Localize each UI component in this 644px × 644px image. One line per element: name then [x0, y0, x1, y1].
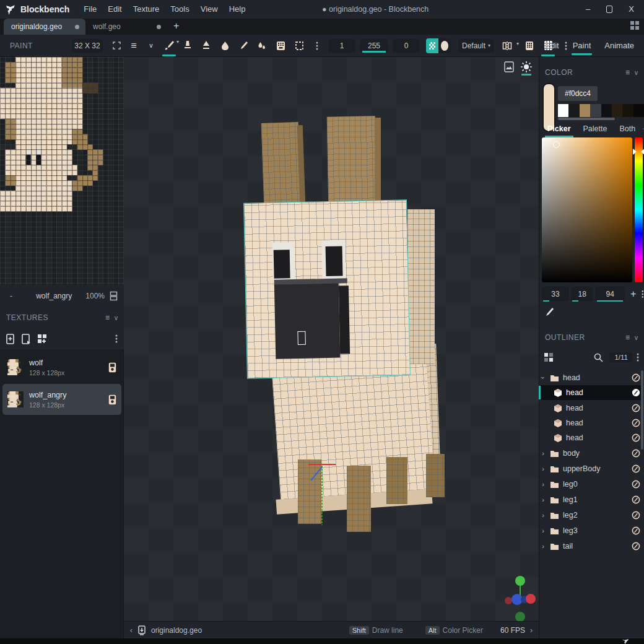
textures-overflow-icon[interactable]: [115, 334, 118, 343]
blend-mode-dropdown[interactable]: Default▾: [458, 39, 494, 53]
hex-color-input[interactable]: #f0dcc4: [558, 86, 598, 101]
brush-tool[interactable]: ▾: [161, 38, 177, 54]
brush-softness-input[interactable]: 0: [393, 39, 420, 53]
round-brush-toggle[interactable]: [438, 38, 451, 53]
texture-save-icon[interactable]: [108, 362, 116, 373]
outliner-cube-head-selected[interactable]: head: [540, 385, 643, 400]
brush-size-input[interactable]: 1: [328, 39, 355, 53]
collapse-arrow-icon[interactable]: ›: [540, 527, 546, 534]
collapse-arrow-icon[interactable]: ›: [540, 450, 546, 457]
outliner-overflow-icon[interactable]: [637, 353, 639, 362]
square-brush-toggle[interactable]: [426, 38, 438, 53]
menu-help[interactable]: Help: [224, 0, 251, 19]
panel-collapse-icon[interactable]: v: [635, 334, 638, 341]
tab-palette[interactable]: Palette: [578, 121, 612, 136]
wolf-ear-right[interactable]: [327, 116, 376, 204]
history-swatch[interactable]: [568, 104, 579, 117]
history-swatch[interactable]: [580, 104, 590, 117]
tab-both[interactable]: Both: [614, 121, 640, 136]
texture-item-wolf[interactable]: wolf 128 x 128px: [2, 352, 121, 383]
status-prev-icon[interactable]: ‹: [130, 626, 133, 635]
outliner-scrollbar[interactable]: [641, 370, 643, 450]
menu-edit[interactable]: Edit: [102, 0, 127, 19]
texture-group-icon[interactable]: [37, 334, 47, 344]
saturation-value-picker[interactable]: [542, 137, 632, 282]
tool-overflow-icon[interactable]: [310, 39, 324, 53]
visibility-icon[interactable]: [632, 373, 640, 382]
dither-tool[interactable]: [272, 38, 289, 54]
grid-layout-icon[interactable]: [630, 21, 639, 30]
tab-wolf[interactable]: wolf.geo: [85, 19, 167, 35]
close-button[interactable]: X: [629, 0, 634, 19]
menu-texture[interactable]: Texture: [128, 0, 165, 19]
import-texture-icon[interactable]: [6, 334, 15, 344]
wolf-leg-back-right[interactable]: [386, 457, 407, 504]
gradient-tool[interactable]: [254, 38, 270, 54]
mode-animate[interactable]: Animate: [601, 35, 638, 57]
panel-menu-icon[interactable]: ≡: [105, 313, 110, 322]
new-tab-button[interactable]: +: [173, 19, 179, 35]
brush-opacity-input[interactable]: 255: [360, 39, 388, 53]
wolf-leg-front-right[interactable]: [347, 466, 371, 532]
create-texture-icon[interactable]: [22, 334, 31, 344]
background-image-icon[interactable]: [503, 61, 515, 73]
visibility-icon[interactable]: [632, 495, 640, 504]
hue-selector[interactable]: [633, 149, 644, 155]
history-swatch[interactable]: [601, 104, 612, 117]
visibility-icon[interactable]: [632, 419, 640, 427]
expand-panel-icon[interactable]: [110, 39, 123, 53]
panel-collapse-icon[interactable]: v: [115, 315, 118, 321]
maximize-button[interactable]: [606, 6, 612, 13]
uv-minus[interactable]: -: [0, 292, 22, 300]
search-icon[interactable]: [594, 353, 603, 362]
visibility-icon[interactable]: [632, 464, 640, 473]
panel-collapse-icon[interactable]: v: [144, 39, 158, 53]
outliner-group-leg0[interactable]: › leg0: [540, 477, 643, 492]
collapse-arrow-icon[interactable]: ›: [540, 542, 546, 550]
tab-picker[interactable]: Picker: [542, 121, 576, 136]
uv-texture-canvas[interactable]: [0, 57, 124, 285]
history-swatch[interactable]: [622, 104, 633, 117]
color-picker-tool[interactable]: [235, 38, 251, 54]
outliner-group-body[interactable]: › body: [540, 446, 643, 461]
selection-tool[interactable]: [291, 38, 307, 54]
outliner-group-tail[interactable]: › tail: [540, 539, 643, 554]
history-swatch[interactable]: [590, 104, 601, 117]
mode-paint[interactable]: Paint: [569, 35, 595, 57]
visibility-icon[interactable]: [632, 542, 640, 550]
outliner-cube-head[interactable]: head: [540, 401, 643, 416]
tab-modified-dot[interactable]: [157, 25, 161, 29]
tab-modified-dot[interactable]: [75, 25, 79, 29]
panel-collapse-icon[interactable]: v: [635, 69, 638, 76]
outliner-cube-head[interactable]: head: [540, 416, 643, 430]
visibility-icon[interactable]: [632, 404, 640, 412]
expand-arrow-icon[interactable]: ›: [539, 375, 547, 381]
menu-tools[interactable]: Tools: [165, 0, 194, 19]
collapse-arrow-icon[interactable]: ›: [540, 496, 546, 503]
uv-layout-icon[interactable]: [110, 291, 118, 301]
collapse-arrow-icon[interactable]: ›: [540, 465, 546, 472]
collapse-arrow-icon[interactable]: ›: [540, 511, 546, 519]
status-next-icon[interactable]: ›: [530, 626, 533, 635]
outliner-options-icon[interactable]: [544, 352, 554, 362]
mirror-paint-icon[interactable]: ▾: [499, 38, 515, 54]
panel-menu-icon[interactable]: ≡: [127, 39, 141, 53]
outliner-group-leg3[interactable]: › leg3: [540, 523, 643, 538]
outliner-group-leg1[interactable]: › leg1: [540, 492, 643, 507]
add-to-palette-button[interactable]: +: [630, 289, 636, 300]
saturation-value-input[interactable]: 18: [571, 287, 594, 302]
outliner-group-head[interactable]: › head: [540, 370, 643, 385]
fill-tool[interactable]: [180, 38, 196, 54]
color-overflow-icon[interactable]: [642, 290, 644, 298]
axis-gizmo[interactable]: [502, 575, 536, 621]
viewport-3d[interactable]: ≡: [124, 57, 539, 621]
outliner-group-leg2[interactable]: › leg2: [540, 508, 643, 523]
visibility-icon[interactable]: [632, 511, 640, 520]
eyedropper-icon[interactable]: [544, 307, 554, 318]
history-swatch[interactable]: [633, 104, 644, 117]
visibility-icon[interactable]: [632, 449, 640, 458]
history-swatch[interactable]: [612, 104, 622, 117]
panel-menu-icon[interactable]: ≡: [625, 333, 630, 342]
menu-view[interactable]: View: [195, 0, 224, 19]
visibility-icon[interactable]: [632, 526, 640, 535]
